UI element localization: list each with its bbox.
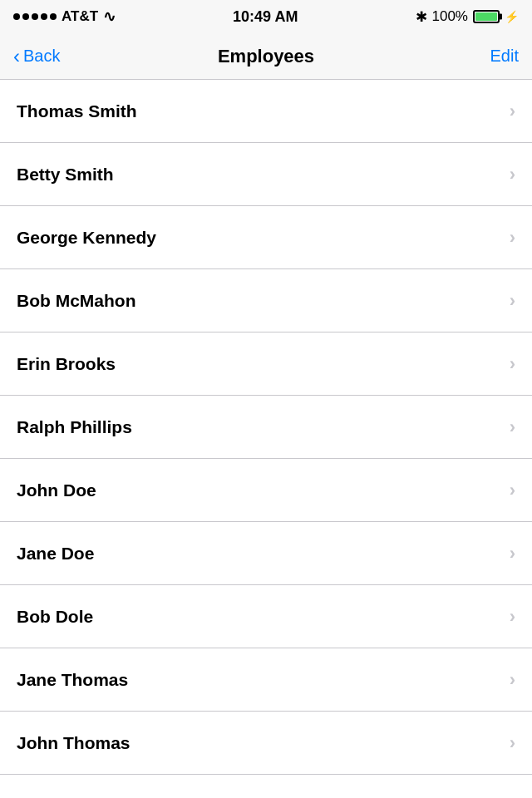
chevron-right-icon: ›	[510, 353, 515, 375]
list-item[interactable]: Thomas Smith›	[0, 80, 532, 143]
chevron-right-icon: ›	[510, 227, 515, 249]
employee-name: John Doe	[17, 480, 96, 500]
battery-percent: 100%	[432, 8, 468, 25]
chevron-right-icon: ›	[510, 164, 515, 185]
back-label: Back	[23, 47, 60, 66]
employee-name: George Kennedy	[17, 228, 156, 248]
status-right: ✱ 100% ⚡	[416, 8, 519, 26]
employee-name: Jane Thomas	[17, 670, 128, 690]
nav-bar: ‹ Back Employees Edit	[0, 33, 532, 80]
list-item[interactable]: John Doe›	[0, 459, 532, 522]
list-item[interactable]: Bob McMahon›	[0, 269, 532, 332]
bluetooth-icon: ✱	[416, 8, 427, 26]
signal-dot-4	[41, 13, 47, 20]
status-left: AT&T ∿	[13, 7, 116, 26]
charging-icon: ⚡	[505, 10, 519, 23]
list-item[interactable]: Erin Brooks›	[0, 332, 532, 396]
back-chevron-icon: ‹	[13, 47, 20, 66]
chevron-right-icon: ›	[510, 732, 515, 754]
signal-dots	[13, 13, 57, 20]
chevron-right-icon: ›	[510, 669, 515, 691]
chevron-right-icon: ›	[510, 416, 515, 438]
battery-container	[473, 10, 500, 23]
employee-name: Thomas Smith	[17, 101, 137, 121]
signal-dot-1	[13, 13, 20, 20]
list-item[interactable]: Bob Dole›	[0, 585, 532, 648]
chevron-right-icon: ›	[510, 480, 515, 501]
signal-dot-5	[50, 13, 57, 20]
list-item[interactable]: John Thomas›	[0, 712, 532, 775]
employee-name: John Thomas	[17, 733, 131, 753]
list-item[interactable]: Jane Thomas›	[0, 648, 532, 712]
employee-name: Bob Dole	[17, 607, 93, 627]
status-bar: AT&T ∿ 10:49 AM ✱ 100% ⚡	[0, 0, 532, 33]
list-item[interactable]: Jane Doe›	[0, 522, 532, 585]
employee-name: Betty Smith	[17, 165, 114, 185]
employee-name: Jane Doe	[17, 544, 94, 564]
back-button[interactable]: ‹ Back	[13, 47, 60, 66]
signal-dot-3	[32, 13, 38, 20]
battery-icon	[473, 10, 500, 23]
edit-button[interactable]: Edit	[490, 47, 519, 66]
carrier-label: AT&T	[62, 8, 98, 25]
employee-name: Erin Brooks	[17, 354, 116, 374]
status-time: 10:49 AM	[233, 8, 298, 26]
employee-list: Thomas Smith›Betty Smith›George Kennedy›…	[0, 80, 532, 775]
chevron-right-icon: ›	[510, 543, 515, 564]
list-item[interactable]: Ralph Phillips›	[0, 396, 532, 459]
employee-name: Bob McMahon	[17, 291, 135, 311]
wifi-icon: ∿	[103, 7, 116, 26]
battery-fill	[475, 12, 497, 21]
employee-name: Ralph Phillips	[17, 417, 132, 437]
chevron-right-icon: ›	[510, 101, 515, 122]
chevron-right-icon: ›	[510, 290, 515, 312]
list-item[interactable]: George Kennedy›	[0, 206, 532, 269]
chevron-right-icon: ›	[510, 606, 515, 628]
page-title: Employees	[218, 46, 314, 67]
signal-dot-2	[22, 13, 29, 20]
list-item[interactable]: Betty Smith›	[0, 143, 532, 206]
